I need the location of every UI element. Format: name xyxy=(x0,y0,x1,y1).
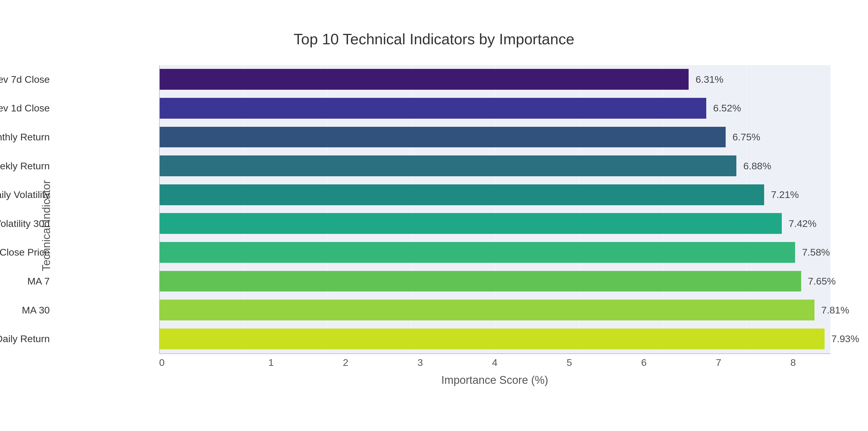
x-tick: 8 xyxy=(756,357,830,368)
bar-value-label: 6.52% xyxy=(713,102,741,114)
bar-row: Volatility 30d7.42% xyxy=(160,209,830,238)
bar-track: 7.65% xyxy=(160,269,830,294)
bars-area: Prev 7d Close6.31%Prev 1d Close6.52%Mont… xyxy=(159,65,830,354)
x-tick: 4 xyxy=(458,357,532,368)
bar-track: 7.58% xyxy=(160,240,830,265)
bar-fill: 6.52% xyxy=(160,98,706,119)
chart-body: Technical Indicator Prev 7d Close6.31%Pr… xyxy=(38,65,830,387)
bar-row: Prev 1d Close6.52% xyxy=(160,94,830,123)
bar-value-label: 7.42% xyxy=(789,218,816,229)
bar-label: Monthly Return xyxy=(0,131,50,143)
bar-track: 6.31% xyxy=(160,67,830,92)
bar-fill: 7.81% xyxy=(160,300,814,320)
x-tick: 7 xyxy=(681,357,756,368)
x-axis-label: Importance Score (%) xyxy=(159,374,830,387)
bar-label: Close Price xyxy=(0,247,50,258)
x-tick: 2 xyxy=(308,357,383,368)
bar-row: MA 307.81% xyxy=(160,296,830,325)
bar-row: Daily Return7.93% xyxy=(160,325,830,353)
bar-fill: 6.31% xyxy=(160,69,689,90)
bar-track: 6.88% xyxy=(160,153,830,179)
bar-row: Prev 7d Close6.31% xyxy=(160,65,830,94)
bar-value-label: 7.81% xyxy=(822,305,849,316)
chart-container: Top 10 Technical Indicators by Importanc… xyxy=(14,13,854,418)
bar-track: 7.42% xyxy=(160,211,830,236)
bar-row: Close Price7.58% xyxy=(160,238,830,267)
bar-label: Prev 7d Close xyxy=(0,74,50,85)
y-axis-spacer xyxy=(61,65,159,387)
bar-value-label: 6.31% xyxy=(695,74,723,85)
bar-label: Weekly Return xyxy=(0,160,50,172)
x-axis: 012345678 xyxy=(159,357,830,368)
bar-fill: 7.65% xyxy=(160,271,801,292)
bar-label: Prev 1d Close xyxy=(0,102,50,114)
bar-value-label: 7.93% xyxy=(831,333,859,344)
x-tick: 5 xyxy=(532,357,607,368)
bar-fill: 6.88% xyxy=(160,155,736,176)
bar-value-label: 7.21% xyxy=(771,189,799,200)
bar-track: 7.21% xyxy=(160,182,830,208)
bar-row: Weekly Return6.88% xyxy=(160,151,830,180)
bar-fill: 6.75% xyxy=(160,127,726,148)
bar-label: MA 7 xyxy=(0,276,50,287)
bar-track: 6.75% xyxy=(160,124,830,150)
chart-inner: Prev 7d Close6.31%Prev 1d Close6.52%Mont… xyxy=(159,65,830,387)
bar-value-label: 6.88% xyxy=(743,160,771,172)
bar-label: Volatility 30d xyxy=(0,218,50,229)
bar-row: Monthly Return6.75% xyxy=(160,123,830,152)
bar-label: MA 30 xyxy=(0,305,50,316)
bar-row: MA 77.65% xyxy=(160,267,830,296)
x-tick: 6 xyxy=(607,357,681,368)
chart-title: Top 10 Technical Indicators by Importanc… xyxy=(38,30,830,48)
bar-value-label: 6.75% xyxy=(732,131,760,143)
bar-value-label: 7.58% xyxy=(802,247,830,258)
x-tick: 1 xyxy=(234,357,308,368)
x-tick: 3 xyxy=(383,357,458,368)
x-tick: 0 xyxy=(159,357,234,368)
bar-fill: 7.58% xyxy=(160,242,795,263)
bar-label: Daily Volatility xyxy=(0,189,50,200)
bar-track: 7.81% xyxy=(160,297,830,323)
bar-track: 7.93% xyxy=(160,326,830,352)
bar-row: Daily Volatility7.21% xyxy=(160,180,830,209)
bar-value-label: 7.65% xyxy=(808,276,836,287)
bars-and-xaxis: Prev 7d Close6.31%Prev 1d Close6.52%Mont… xyxy=(159,65,830,387)
bar-fill: 7.21% xyxy=(160,184,764,205)
bar-label: Daily Return xyxy=(0,333,50,344)
bar-fill: 7.93% xyxy=(160,329,825,349)
bar-fill: 7.42% xyxy=(160,213,782,234)
bar-track: 6.52% xyxy=(160,95,830,121)
